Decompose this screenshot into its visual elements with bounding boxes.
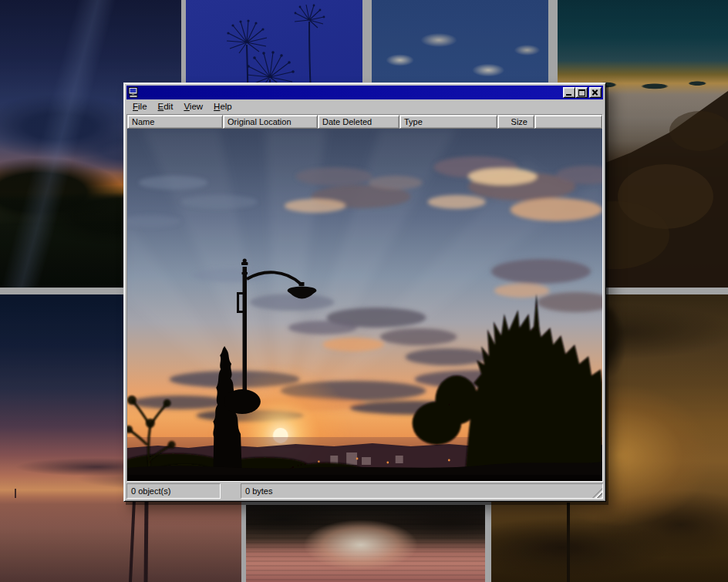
maximize-icon — [578, 89, 585, 96]
folder-background-photo — [127, 129, 602, 481]
menu-edit[interactable]: Edit — [153, 99, 179, 114]
minimize-button[interactable] — [563, 87, 575, 98]
close-icon — [592, 89, 599, 96]
menu-bar: FileEditViewHelp — [126, 99, 603, 114]
column-header-date-deleted[interactable]: Date Deleted — [318, 115, 399, 129]
sunset-streetlamp-photo — [127, 129, 602, 481]
column-header-name[interactable]: Name — [127, 115, 223, 129]
title-bar[interactable] — [126, 86, 603, 99]
column-header-blank[interactable] — [534, 115, 602, 129]
column-header-type[interactable]: Type — [399, 115, 497, 129]
status-bar: 0 object(s) 0 bytes — [126, 483, 603, 499]
resize-grip[interactable] — [592, 488, 602, 498]
column-header-original-location[interactable]: Original Location — [223, 115, 318, 129]
status-size-text: 0 bytes — [245, 486, 272, 496]
status-objects: 0 object(s) — [126, 483, 221, 499]
status-spacer — [221, 483, 241, 499]
computer-icon — [128, 87, 139, 98]
wallpaper-photo-water-reflection — [246, 505, 485, 582]
minimize-icon — [566, 94, 571, 96]
maximize-button[interactable] — [575, 87, 588, 98]
close-button[interactable] — [589, 87, 602, 98]
column-headers: NameOriginal LocationDate DeletedTypeSiz… — [127, 115, 602, 129]
list-view[interactable]: NameOriginal LocationDate DeletedTypeSiz… — [126, 114, 603, 482]
column-header-size[interactable]: Size — [497, 115, 534, 129]
menu-view[interactable]: View — [178, 99, 208, 114]
window-controls — [563, 87, 602, 98]
status-size: 0 bytes — [241, 483, 603, 499]
recycle-bin-window: FileEditViewHelp NameOriginal LocationDa… — [123, 82, 606, 502]
menu-help[interactable]: Help — [208, 99, 238, 114]
menu-file[interactable]: File — [127, 99, 153, 114]
